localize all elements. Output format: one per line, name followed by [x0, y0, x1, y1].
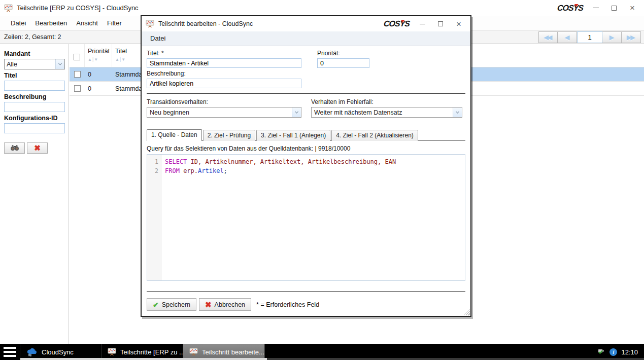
tab-2[interactable]: 2. Ziel - Prüfung — [203, 130, 255, 141]
sql-code[interactable]: SELECT ID, Artikelnummer, Artikeltext, A… — [161, 155, 465, 280]
menu-item-ansicht[interactable]: Ansicht — [72, 17, 103, 29]
line-number-gutter: 12 — [147, 155, 161, 280]
taskbar-edge — [267, 358, 644, 360]
clock[interactable]: 12:10 — [621, 348, 638, 356]
close-button[interactable]: × — [625, 2, 640, 14]
dialog-minimize-button[interactable] — [415, 18, 430, 30]
dialog-close-button[interactable]: × — [451, 18, 466, 30]
dialog-menu-item-datei[interactable]: Datei — [146, 32, 170, 45]
filter-input-beschreibung[interactable] — [4, 102, 65, 112]
sidebar-label-titel: Titel — [4, 72, 64, 79]
cosys-logo: COSYS — [384, 19, 412, 28]
chevron-down-icon[interactable] — [55, 59, 64, 69]
beschreibung-label: Beschreibung: — [147, 70, 465, 77]
sidebar-label-konfigurations-id: Konfigurations-ID — [4, 115, 64, 122]
fehlerfall-select[interactable]: Weiter mit nächstem Datensatz — [311, 107, 462, 118]
transaktionsverhalten-label: Transaktionsverhalten: — [147, 98, 301, 105]
query-label: Query für das Selektieren von Daten aus … — [147, 145, 465, 152]
mandant-select[interactable]: Alle — [4, 59, 65, 69]
row-checkbox[interactable] — [70, 71, 85, 78]
dialog-maximize-button[interactable] — [433, 18, 448, 30]
beschreibung-input[interactable] — [147, 79, 301, 88]
tab-1[interactable]: 1. Quelle - Daten — [147, 129, 202, 141]
filter-sidebar: MandantAlle TitelBeschreibungKonfigurati… — [0, 44, 69, 344]
pager-first-button[interactable]: ◀◀ — [538, 31, 558, 43]
line-number: 2 — [147, 166, 161, 175]
cell-prioritaet: 0 — [85, 71, 112, 78]
titel-input[interactable] — [147, 58, 301, 68]
code-line: SELECT ID, Artikelnummer, Artikeltext, A… — [165, 157, 465, 166]
cross-icon: ✖ — [34, 143, 41, 153]
binoculars-icon — [10, 144, 19, 153]
main-titlebar: Teilschritte [ERP zu COSYS] - CloudSync … — [0, 0, 644, 16]
chevron-down-icon[interactable] — [453, 107, 462, 117]
transaktionsverhalten-select[interactable]: Neu beginnen — [147, 107, 301, 118]
tab-strip: 1. Quelle - Daten2. Ziel - Prüfung3. Zie… — [147, 129, 465, 141]
fehlerfall-label: Verhalten im Fehlerfall: — [311, 98, 462, 105]
check-icon: ✔ — [153, 301, 159, 309]
pager-prev-button[interactable]: ◀ — [558, 31, 577, 43]
row-checkbox[interactable] — [70, 85, 85, 92]
filter-input-konfigurations-id[interactable] — [4, 123, 65, 133]
chevron-down-icon[interactable] — [292, 107, 301, 117]
column-header-prioritaet[interactable]: Priorität ▲|▼ — [85, 44, 112, 67]
titel-label: Titel: * — [147, 50, 301, 57]
taskbar-edge — [20, 358, 267, 360]
info-icon[interactable]: i — [609, 348, 617, 356]
maximize-button[interactable] — [606, 2, 622, 14]
separator — [147, 93, 465, 94]
sidebar-label-beschreibung: Beschreibung — [4, 93, 64, 100]
sql-editor[interactable]: 12 SELECT ID, Artikelnummer, Artikeltext… — [147, 154, 465, 281]
prioritaet-input[interactable] — [317, 58, 369, 68]
code-line: FROM erp.Artikel; — [165, 166, 465, 175]
dialog-menubar: Datei — [142, 31, 470, 46]
app-chart-board-icon — [189, 348, 198, 356]
minimize-button[interactable] — [588, 2, 603, 14]
separator — [147, 291, 465, 292]
required-field-note: * = Erforderliches Feld — [256, 301, 319, 308]
main-window-title: Teilschritte [ERP zu COSYS] - CloudSync — [17, 4, 139, 12]
dialog-titlebar: Teilschritt bearbeiten - CloudSync COSYS… — [142, 16, 470, 31]
last-page-icon: ▶▶ — [627, 34, 634, 41]
pager: ◀◀ ◀ ▶ ▶▶ — [538, 31, 641, 43]
row-count-status: Zeilen: 2, Gesamt: 2 — [4, 33, 61, 41]
cosys-logo: COSYS — [557, 4, 585, 13]
app-chart-board-icon — [146, 20, 154, 28]
prev-page-icon: ◀ — [565, 34, 568, 41]
line-number: 1 — [147, 157, 161, 166]
tab-3[interactable]: 3. Ziel - Fall 1 (Anlegen) — [256, 130, 330, 141]
clear-filter-button[interactable]: ✖ — [27, 142, 48, 154]
pager-next-button[interactable]: ▶ — [602, 31, 622, 43]
cancel-button[interactable]: ✖ Abbrechen — [199, 298, 251, 311]
cross-icon: ✖ — [205, 300, 212, 309]
filter-input-titel[interactable] — [4, 81, 65, 91]
search-button[interactable] — [4, 142, 25, 154]
select-all-checkbox[interactable] — [70, 44, 85, 67]
page-number-input[interactable] — [577, 31, 602, 43]
tab-4[interactable]: 4. Ziel - Fall 2 (Aktualisieren) — [331, 130, 418, 141]
menu-item-datei[interactable]: Datei — [6, 17, 30, 29]
cloud-sync-icon — [26, 347, 38, 356]
sidebar-label-mandant: Mandant — [4, 50, 64, 57]
pager-last-button[interactable]: ▶▶ — [622, 31, 641, 43]
menu-item-bearbeiten[interactable]: Bearbeiten — [30, 17, 72, 29]
usb-eject-icon[interactable] — [597, 348, 605, 356]
prioritaet-label: Priorität: — [317, 50, 369, 57]
app-chart-board-icon — [108, 348, 116, 356]
save-button[interactable]: ✔ Speichern — [147, 298, 196, 311]
app-chart-board-icon — [4, 4, 13, 12]
edit-dialog: Teilschritt bearbeiten - CloudSync COSYS… — [141, 15, 471, 317]
menu-item-filter[interactable]: Filter — [103, 17, 126, 29]
start-menu-icon[interactable] — [0, 344, 20, 360]
dialog-title: Teilschritt bearbeiten - CloudSync — [158, 20, 253, 27]
taskbar: CloudSync Teilschritte [ERP zu ... Teils… — [0, 344, 644, 360]
sort-icons[interactable]: ▲|▼ — [88, 57, 109, 62]
first-page-icon: ◀◀ — [544, 34, 551, 41]
cell-prioritaet: 0 — [85, 85, 112, 92]
next-page-icon: ▶ — [609, 34, 613, 41]
